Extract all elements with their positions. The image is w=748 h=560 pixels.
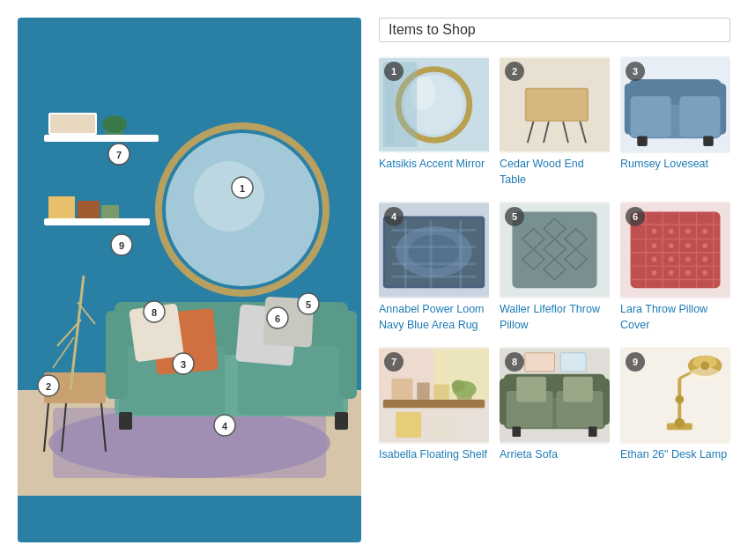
- item-label-8[interactable]: Arrieta Sofa: [500, 447, 610, 463]
- svg-text:1: 1: [240, 183, 245, 194]
- svg-rect-98: [631, 212, 721, 289]
- svg-rect-144: [516, 377, 546, 402]
- item-image-wrapper-8: 8: [500, 347, 610, 444]
- svg-text:5: 5: [306, 299, 311, 310]
- svg-rect-11: [44, 218, 150, 225]
- item-label-5[interactable]: Waller Lifeflor Throw Pillow: [500, 302, 610, 333]
- svg-text:3: 3: [181, 359, 186, 370]
- svg-rect-82: [391, 246, 476, 248]
- svg-point-124: [702, 270, 707, 276]
- svg-rect-74: [637, 136, 648, 147]
- svg-point-119: [685, 257, 691, 262]
- item-label-9[interactable]: Ethan 26" Desk Lamp: [620, 447, 730, 463]
- item-label-6[interactable]: Lara Throw Pillow Cover: [620, 302, 730, 333]
- svg-text:9: 9: [119, 240, 124, 251]
- item-image-wrapper-1: 1: [379, 56, 489, 153]
- svg-rect-81: [391, 229, 476, 232]
- shop-panel: Items to Shop 1 Katsikis Accent Mirror 2: [379, 18, 730, 542]
- item-1[interactable]: 1 Katsikis Accent Mirror: [379, 56, 489, 188]
- svg-point-158: [700, 362, 709, 371]
- svg-point-109: [652, 229, 657, 234]
- item-image-wrapper-4: 4: [379, 202, 489, 298]
- svg-point-122: [669, 270, 674, 276]
- item-image-wrapper-7: 7: [379, 347, 489, 444]
- items-grid: 1 Katsikis Accent Mirror 2: [379, 56, 730, 463]
- item-image-wrapper-3: 3: [620, 56, 730, 153]
- svg-text:6: 6: [275, 313, 280, 324]
- svg-text:4: 4: [222, 421, 228, 431]
- room-image: 7 9 1 2: [18, 18, 361, 542]
- svg-rect-135: [396, 412, 421, 438]
- svg-point-115: [685, 243, 691, 248]
- item-2[interactable]: 2 Cedar Wood End Table: [500, 56, 610, 188]
- item-image-wrapper-6: 6: [620, 202, 730, 298]
- svg-point-117: [652, 257, 657, 262]
- svg-text:7: 7: [116, 150, 122, 160]
- svg-rect-134: [434, 349, 489, 400]
- svg-point-123: [685, 270, 691, 276]
- svg-rect-89: [512, 212, 596, 289]
- svg-rect-12: [48, 196, 75, 218]
- svg-rect-6: [50, 114, 95, 133]
- svg-rect-136: [430, 415, 451, 438]
- item-badge-1: 1: [384, 62, 404, 81]
- item-label-4[interactable]: Annabel Power Loom Navy Blue Area Rug: [379, 302, 489, 333]
- svg-point-159: [675, 418, 685, 429]
- svg-rect-145: [563, 377, 593, 402]
- item-8[interactable]: 8 Arriet: [500, 347, 610, 463]
- svg-rect-4: [44, 135, 159, 142]
- item-label-7[interactable]: Isabella Floating Shelf: [379, 447, 489, 463]
- item-badge-9: 9: [626, 352, 645, 372]
- svg-point-111: [685, 229, 691, 234]
- svg-rect-14: [101, 205, 119, 218]
- svg-rect-84: [391, 276, 476, 278]
- svg-point-113: [652, 243, 657, 248]
- item-5[interactable]: 5 Waller Lifeflor Throw Pillow: [500, 202, 610, 333]
- svg-rect-148: [525, 353, 555, 372]
- svg-rect-85: [404, 220, 407, 288]
- item-image-wrapper-5: 5: [500, 202, 610, 298]
- item-badge-2: 2: [505, 62, 524, 81]
- item-9[interactable]: 9 Ethan: [620, 347, 730, 463]
- svg-rect-86: [430, 220, 433, 288]
- svg-text:2: 2: [46, 381, 51, 392]
- svg-rect-62: [527, 90, 587, 121]
- svg-point-121: [652, 270, 657, 276]
- item-badge-4: 4: [384, 207, 404, 226]
- svg-text:8: 8: [152, 307, 157, 318]
- item-badge-6: 6: [626, 207, 645, 226]
- item-badge-5: 5: [505, 207, 524, 226]
- svg-rect-72: [631, 96, 671, 136]
- svg-point-120: [702, 257, 707, 262]
- item-6[interactable]: 6: [620, 202, 730, 333]
- shop-title: Items to Shop: [379, 18, 730, 42]
- svg-point-8: [102, 115, 127, 133]
- item-label-1[interactable]: Katsikis Accent Mirror: [379, 157, 489, 173]
- item-badge-7: 7: [384, 352, 404, 372]
- item-image-wrapper-9: 9: [620, 347, 730, 444]
- svg-rect-3: [53, 408, 326, 478]
- svg-rect-13: [78, 201, 100, 218]
- svg-rect-35: [335, 412, 348, 430]
- item-7[interactable]: 7 Isabel: [379, 347, 489, 463]
- svg-rect-87: [459, 220, 462, 288]
- svg-rect-75: [703, 136, 714, 147]
- svg-point-112: [702, 229, 707, 234]
- svg-rect-147: [589, 427, 597, 438]
- svg-point-118: [669, 257, 674, 262]
- svg-rect-149: [560, 353, 586, 372]
- svg-point-110: [669, 229, 674, 234]
- item-label-2[interactable]: Cedar Wood End Table: [500, 157, 610, 188]
- svg-rect-83: [391, 262, 476, 265]
- svg-rect-146: [512, 427, 521, 438]
- svg-point-114: [669, 243, 674, 248]
- svg-rect-126: [383, 400, 485, 409]
- svg-point-19: [194, 161, 264, 232]
- svg-rect-33: [339, 311, 357, 399]
- item-3[interactable]: 3 Rumsey Loveseat: [620, 56, 730, 188]
- svg-rect-73: [679, 96, 720, 136]
- item-4[interactable]: 4 Annabel Power Loom Navy Blue Area Rug: [379, 202, 489, 333]
- item-label-3[interactable]: Rumsey Loveseat: [620, 157, 730, 173]
- svg-point-116: [702, 243, 707, 248]
- item-badge-8: 8: [505, 352, 524, 372]
